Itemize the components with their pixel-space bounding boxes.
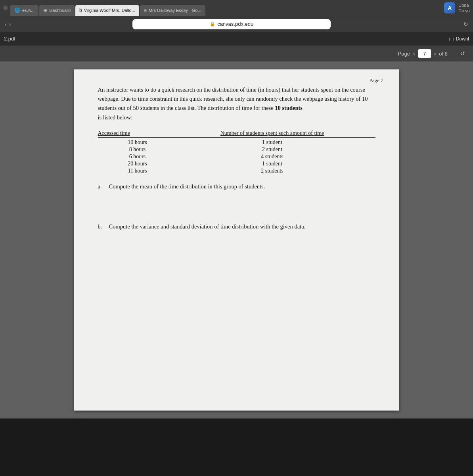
paragraph-bold-text: 10 students [275, 105, 303, 111]
row5-students: 2 students [169, 168, 375, 174]
question-a-label: a. [98, 182, 106, 191]
paragraph-end-text: is listed below: [98, 114, 133, 121]
top-right-area: A Upda Do yo [444, 2, 470, 14]
table-row: 10 hours 1 student [98, 139, 375, 146]
nav-buttons: ‹ › [5, 21, 11, 27]
row3-students: 4 students [169, 154, 375, 160]
paragraph-main-text: An instructor wants to do a quick resear… [98, 86, 368, 111]
row5-time: 11 hours [98, 168, 169, 174]
question-b-label: b. [98, 222, 106, 231]
traffic-light [3, 6, 8, 10]
download-button[interactable]: ↓ ↓ Downl [448, 36, 469, 42]
row3-time: 6 hours [98, 154, 169, 160]
forward-button[interactable]: › [9, 21, 11, 27]
tab4-icon: ≡ [144, 8, 147, 13]
tabs-container: 🌐 es.w... ⊕ Dashboard b Virginia Woolf M… [10, 0, 442, 16]
row2-students: 2 student [169, 146, 375, 153]
tab-dashboard[interactable]: ⊕ Dashboard [39, 5, 75, 16]
app-icon: A [444, 2, 455, 13]
col2-header: Number of students spent such amount of … [169, 130, 375, 136]
table-row: 6 hours 4 students [98, 154, 375, 160]
reload-button[interactable]: ↻ [463, 21, 468, 27]
refresh-button[interactable]: ↺ [460, 50, 465, 57]
pdf-content-wrapper: Page 7 An instructor wants to do a quick… [0, 61, 473, 418]
page-of-label: of 8 [439, 51, 448, 57]
page-label: Page [398, 51, 410, 57]
tab1-icon: 🌐 [14, 8, 20, 13]
back-button[interactable]: ‹ [5, 21, 7, 27]
tab1-label: es.w... [22, 8, 34, 13]
table-headers: Accessed time Number of students spent s… [98, 130, 375, 138]
url-text: canvas.pdx.edu [217, 21, 253, 27]
extra-right-bar: ↓ ↓ Downl [448, 36, 469, 42]
tab-1[interactable]: 🌐 es.w... [10, 5, 38, 16]
question-b-text: Compute the variance and standard deviat… [109, 222, 306, 231]
tab3-icon: b [79, 8, 82, 13]
pdf-file-title: 2.pdf [4, 36, 15, 42]
main-paragraph: An instructor wants to do a quick resear… [98, 85, 375, 122]
question-a: a. Compute the mean of the time distribu… [98, 182, 375, 191]
extra-left: 2.pdf [4, 36, 15, 42]
extra-bar: 2.pdf ↓ ↓ Downl [0, 32, 473, 46]
update-text: Upda Do yo [458, 2, 470, 14]
tab-mrs-dalloway[interactable]: ≡ Mrs Dalloway Essay - Go... [140, 5, 205, 16]
tab2-icon: ⊕ [43, 8, 47, 13]
tab-virginia-woolf[interactable]: b Virginia Woolf Mrs. Dallo... [75, 5, 139, 16]
tab4-label: Mrs Dalloway Essay - Go... [149, 8, 201, 13]
row2-time: 8 hours [98, 146, 169, 153]
row1-time: 10 hours [98, 139, 169, 146]
row4-students: 1 student [169, 161, 375, 167]
row4-time: 20 hours [98, 161, 169, 167]
download-icon: ↓ [448, 36, 450, 42]
page-input[interactable] [418, 49, 431, 58]
tab2-label: Dashboard [49, 8, 71, 13]
data-table: Accessed time Number of students spent s… [98, 130, 375, 174]
row1-students: 1 student [169, 139, 375, 146]
pdf-nav-bar: Page ‹ › of 8 ↺ [0, 46, 473, 61]
pdf-page: Page 7 An instructor wants to do a quick… [74, 69, 399, 411]
download-label: ↓ Downl [452, 36, 469, 42]
page-number-display: Page 7 [369, 77, 383, 84]
address-bar: ‹ › 🔒 canvas.pdx.edu ↻ [0, 16, 473, 32]
tab3-label: Virginia Woolf Mrs. Dallo... [84, 8, 135, 13]
page-prev-button[interactable]: ‹ [413, 50, 415, 57]
col1-header: Accessed time [98, 130, 169, 136]
lock-icon: 🔒 [210, 21, 215, 27]
url-bar[interactable]: 🔒 canvas.pdx.edu [132, 19, 331, 29]
browser-chrome: 🌐 es.w... ⊕ Dashboard b Virginia Woolf M… [0, 0, 473, 61]
page-next-button[interactable]: › [434, 50, 436, 57]
tab-bar: 🌐 es.w... ⊕ Dashboard b Virginia Woolf M… [0, 0, 473, 16]
table-row: 11 hours 2 students [98, 168, 375, 174]
question-a-text: Compute the mean of the time distributio… [109, 182, 265, 191]
table-row: 8 hours 2 student [98, 146, 375, 153]
table-row: 20 hours 1 student [98, 161, 375, 167]
question-b: b. Compute the variance and standard dev… [98, 222, 375, 231]
